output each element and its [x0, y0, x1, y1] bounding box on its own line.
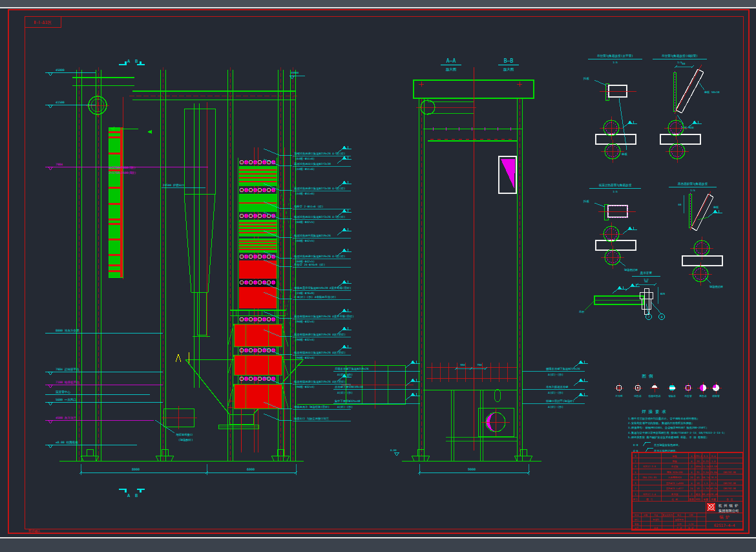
legend-title: 图 例	[642, 374, 653, 379]
nose-dash	[487, 139, 490, 140]
hopper-label: (现场配焊)	[178, 438, 193, 442]
leader-label: 低温过热器进口集箱Φ219×26 Δ-Ⅰ区(焊)	[293, 255, 346, 259]
leader-label: 冷灰斗斜坡水冷壁	[546, 385, 569, 389]
detail-g4: 60垫板现场密封焊	[678, 191, 723, 289]
label: Φ25	[660, 292, 666, 295]
line	[613, 289, 618, 293]
bom-cell: 4	[691, 482, 692, 485]
sig-cell: 签名	[677, 514, 681, 516]
elevation-mark-icon	[48, 72, 53, 76]
detail-scale: 1:5	[613, 61, 618, 64]
weld-flag-icon	[342, 345, 346, 348]
dim-label: 9000	[468, 467, 476, 471]
line	[623, 123, 628, 128]
rect	[184, 109, 215, 194]
magenta-wedge	[501, 159, 515, 189]
label: 60	[682, 62, 686, 65]
bom-cell: GB5782-86	[723, 482, 735, 485]
detail-title: 吊挂管与集箱连接(水平管)	[597, 54, 633, 58]
bank-red-line	[239, 173, 277, 175]
rect	[125, 489, 127, 493]
label: 托板	[583, 200, 589, 203]
elevation-mark-icon	[48, 420, 53, 423]
bom-cell: 拉钩Φ25 L=677	[666, 487, 684, 490]
rect	[125, 61, 127, 65]
column-foot	[156, 456, 174, 461]
column-foot	[81, 456, 99, 461]
rect	[229, 414, 253, 424]
bank-red-line	[239, 229, 277, 230]
line	[406, 396, 411, 400]
leader-sublabel: (64根-Φ51×6)	[295, 157, 315, 160]
section-a-sub: 放大图	[446, 67, 457, 72]
nose-dash	[459, 139, 462, 140]
section-letter: B	[135, 59, 138, 64]
label: 50	[645, 280, 648, 283]
economizer-bank	[234, 355, 282, 375]
nose-dash	[494, 139, 498, 140]
leader-label: 低温过热器中间集箱Φ219×26	[293, 234, 331, 238]
drawing-canvas[interactable]: Ⅱ-Ⅰ-Δ1区 图样确认 800060004550024500 炉膛出口与碎渣机…	[0, 0, 756, 552]
elevation-label: 4500 灰斗法兰	[56, 416, 77, 419]
detail-title: 悬吊装置	[640, 271, 653, 275]
leader-sublabel: (96根-Φ32×4)	[295, 320, 315, 323]
bom-cell: 62S17-3-8	[643, 465, 655, 468]
legend-label: 吊挂管	[684, 394, 692, 398]
detail-g3: 托板现场密封焊	[583, 200, 638, 272]
bom-header-cell: 数量	[689, 498, 694, 501]
company-line-1: 杭 州 锅 炉	[718, 504, 738, 508]
leader-sublabel: Δ(焊)·(肋)	[337, 391, 353, 394]
line	[594, 203, 605, 207]
line	[574, 396, 579, 400]
sig-cell: 工艺	[635, 527, 638, 529]
bom-cell: 螺栓 M20×180	[667, 471, 683, 474]
label: 现场密封焊	[624, 268, 638, 272]
bom-cell: 0.4	[711, 455, 716, 458]
weld-flag-icon	[631, 283, 635, 286]
left-elevation-labels: 450004150079848000 冷灰斗交界7984 运转层平台7100 给…	[45, 69, 208, 448]
red-edge-stripe	[120, 127, 123, 277]
bom-cell: 组合	[695, 493, 700, 496]
dim-label: 550	[460, 363, 465, 366]
title-block-texts: 杭 州 锅 炉 集团有限公司 锅 炉 62S17—4—4	[714, 504, 739, 527]
bom-header-cell: 备 注	[726, 498, 733, 501]
leader-sublabel: Δ(焊)·(肋)	[337, 373, 353, 376]
bom-cell: 拉钩Φ25 L=980	[666, 482, 684, 485]
leader-label: 省煤器灰斗 现场组装(密焊)	[294, 405, 330, 409]
rect	[682, 256, 722, 266]
detail-scale: 1:5	[690, 189, 695, 192]
line	[708, 213, 713, 217]
bank-red-line	[239, 232, 277, 233]
bom-cell: 吊挂板	[671, 465, 678, 468]
elevation-mark-icon	[48, 372, 53, 375]
leader-label: 高温过热器进口集箱Φ273×30 Δ-Ⅰ区(焊)	[294, 187, 346, 191]
bom-cell: 5	[635, 471, 636, 474]
weld-flag-icon	[342, 308, 346, 312]
note-line: 4.集箱与管子焊口采用氩弧焊打底 按GB/T16507-2-13、GB/T922…	[628, 431, 725, 435]
legend-label: 再热器	[699, 394, 707, 398]
line	[690, 191, 711, 230]
economizer-bank	[234, 324, 282, 346]
elevation-mark-icon	[48, 402, 53, 405]
bank-red-line	[239, 181, 277, 182]
bank-red-line	[239, 243, 277, 244]
detail-title: 再热器斜管与集箱连接	[677, 182, 708, 186]
bom-cell: 7	[635, 460, 636, 463]
bank-red-line	[239, 169, 277, 171]
tube-bank-red	[239, 260, 277, 279]
leader-sublabel: (96根-Φ32×4)	[295, 338, 315, 341]
weld-flag-icon	[342, 326, 346, 330]
bank-red-line	[239, 246, 277, 248]
note-line: 3.焊条牌号: 碳钢用E4303, 合金钢采用R307 预热200~250℃;	[628, 426, 708, 430]
leader-sublabel: (44根-Φ51×6)	[295, 167, 315, 171]
rect	[669, 387, 675, 389]
elevation-mark-icon	[48, 445, 53, 448]
corner-stamp: 图样确认	[28, 529, 41, 533]
leader-label: 2-Φ(焊)·(肋) Δ省煤器吊挂(焊)	[294, 295, 336, 299]
legend-label: 低温过热器	[649, 394, 661, 398]
label: 垫板	[622, 153, 627, 156]
legend-label: 省煤器	[668, 394, 676, 398]
weld-flag-icon	[342, 280, 346, 283]
polygon	[676, 69, 704, 113]
detail-g2: 60垫板 50×10托板 M20	[660, 62, 720, 163]
